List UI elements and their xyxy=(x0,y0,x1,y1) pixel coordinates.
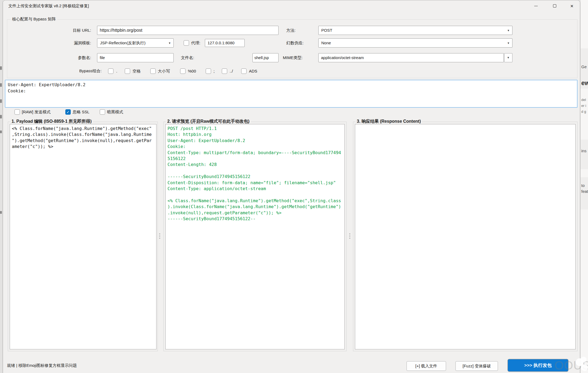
fuzz-button[interactable]: [Fuzz] 变体爆破 xyxy=(455,361,498,371)
target-url-label: 目标 URL: xyxy=(54,26,91,35)
payload-editor[interactable]: <% Class.forName("java.lang.Runtime").ge… xyxy=(10,124,156,349)
bypass-space-checkbox[interactable] xyxy=(125,68,130,74)
method-label: 方法: xyxy=(286,26,295,35)
bypass-ads-checkbox[interactable] xyxy=(241,68,247,74)
maximize-button[interactable] xyxy=(548,0,561,12)
splitter-grip-icon xyxy=(349,232,350,240)
send-button[interactable]: >>> 执行发包 xyxy=(508,359,568,371)
background-text-fragment: d g xyxy=(581,110,586,114)
bypass-dot-label: . xyxy=(116,67,117,75)
mime-input[interactable]: application/octet-stream xyxy=(318,53,504,62)
background-fragment xyxy=(0,211,2,214)
splitter-grip-icon xyxy=(159,232,160,240)
background-card xyxy=(580,140,588,169)
bypass-nullbyte-label: %00 xyxy=(188,67,196,75)
background-text-fragment: feat xyxy=(581,189,588,194)
raw-mode-label: [RAW] 发送模式 xyxy=(22,108,51,116)
load-file-button[interactable]: [+] 载入文件 xyxy=(407,361,446,371)
response-panel-title: 3. 响应结果 (Response Content) xyxy=(355,119,422,124)
background-text-fragment: Ge xyxy=(581,64,587,69)
payload-panel-title: 1. Payload 编辑 (ISO-8859-1 所见即所得) xyxy=(10,119,93,124)
bypass-dot-checkbox[interactable] xyxy=(108,68,113,74)
bypass-space-label: 空格 xyxy=(133,67,141,75)
template-label: 漏洞模板: xyxy=(54,38,91,48)
raw-mode-checkbox[interactable] xyxy=(15,109,20,115)
app-window: 文件上传安全测试专家版 v8.2 [终极稳定修复] ✕ 核心配置与 Bypass… xyxy=(3,0,580,373)
background-window-right: Ge ew del er i d g ins to feat xyxy=(580,0,588,373)
ignore-ssl-label: 忽略 SSL xyxy=(73,108,90,116)
filename-input[interactable]: shell.jsp xyxy=(252,53,279,62)
background-window-left xyxy=(0,0,3,373)
request-preview-title: 2. 请求预览 (开启Raw模式可在此手动改包) xyxy=(166,119,251,124)
bypass-case-checkbox[interactable] xyxy=(150,68,156,74)
maximize-icon xyxy=(553,4,556,8)
mime-label: MIME类型: xyxy=(283,53,302,62)
background-text-fragment: to xyxy=(581,183,585,188)
proxy-checkbox[interactable] xyxy=(184,40,189,46)
bypass-nullbyte-checkbox[interactable] xyxy=(180,68,186,74)
bypass-case-label: 大小写 xyxy=(158,67,170,75)
window-title: 文件上传安全测试专家版 v8.2 [终极稳定修复] xyxy=(8,0,89,12)
bypass-semicolon-checkbox[interactable] xyxy=(206,68,211,74)
dark-mode-checkbox[interactable] xyxy=(100,109,105,115)
panel-splitter[interactable] xyxy=(159,122,161,351)
status-bar: 就绪 | 移除Emoji图标修复方框显示问题 xyxy=(7,362,77,369)
dark-mode-label: 暗黑模式 xyxy=(107,108,123,116)
target-url-input[interactable]: https://httpbin.org/post xyxy=(97,26,279,35)
response-text[interactable] xyxy=(355,124,576,349)
panel-splitter[interactable] xyxy=(349,122,351,351)
proxy-label: 代理: xyxy=(191,38,200,48)
bypass-semicolon-label: ; xyxy=(213,67,215,75)
param-label: 参数名: xyxy=(54,53,91,62)
payload-panel: 1. Payload 编辑 (ISO-8859-1 所见即所得) <% Clas… xyxy=(8,122,158,351)
config-group-title: 核心配置与 Bypass 矩阵 xyxy=(10,17,58,22)
ignore-ssl-checkbox[interactable] xyxy=(65,109,71,115)
bypass-traversal-label: ../ xyxy=(230,67,233,75)
magic-label: 幻数伪造: xyxy=(286,38,304,48)
request-preview-text[interactable]: POST /post HTTP/1.1 Host: httpbin.org Us… xyxy=(165,124,345,349)
background-text-fragment: ins xyxy=(581,149,586,153)
magic-select[interactable]: None xyxy=(318,38,512,48)
minimize-icon xyxy=(534,6,538,6)
bypass-traversal-checkbox[interactable] xyxy=(222,68,227,74)
close-icon: ✕ xyxy=(570,4,574,8)
response-panel: 3. 响应结果 (Response Content) xyxy=(353,122,578,351)
background-fragment xyxy=(0,115,2,118)
background-fragment xyxy=(0,131,2,133)
close-button[interactable]: ✕ xyxy=(566,0,578,12)
proxy-input[interactable]: 127.0.0.1:8080 xyxy=(205,39,245,47)
title-bar[interactable]: 文件上传安全测试专家版 v8.2 [终极稳定修复] ✕ xyxy=(3,0,580,12)
param-input[interactable]: file xyxy=(97,53,174,62)
minimize-button[interactable] xyxy=(530,0,542,12)
background-text-fragment: er i xyxy=(581,104,586,108)
bypass-ads-label: ADS xyxy=(249,67,257,75)
background-text-fragment: ew xyxy=(581,79,588,87)
bypass-label: Bypass组合: xyxy=(65,67,102,75)
mime-dropdown-button[interactable] xyxy=(504,53,512,62)
background-text-fragment: del xyxy=(581,98,586,102)
background-fragment xyxy=(0,83,2,87)
filename-label: 文件名: xyxy=(181,53,194,62)
method-select[interactable]: POST xyxy=(318,26,512,35)
background-fragment xyxy=(0,99,2,103)
template-select[interactable]: JSP-Reflection(反射执行) xyxy=(97,38,174,48)
headers-textarea[interactable]: User-Agent: ExpertUploader/8.2 Cookie: xyxy=(5,80,578,108)
request-preview-panel: 2. 请求预览 (开启Raw模式可在此手动改包) POST /post HTTP… xyxy=(163,122,347,351)
background-fragment xyxy=(0,66,2,70)
